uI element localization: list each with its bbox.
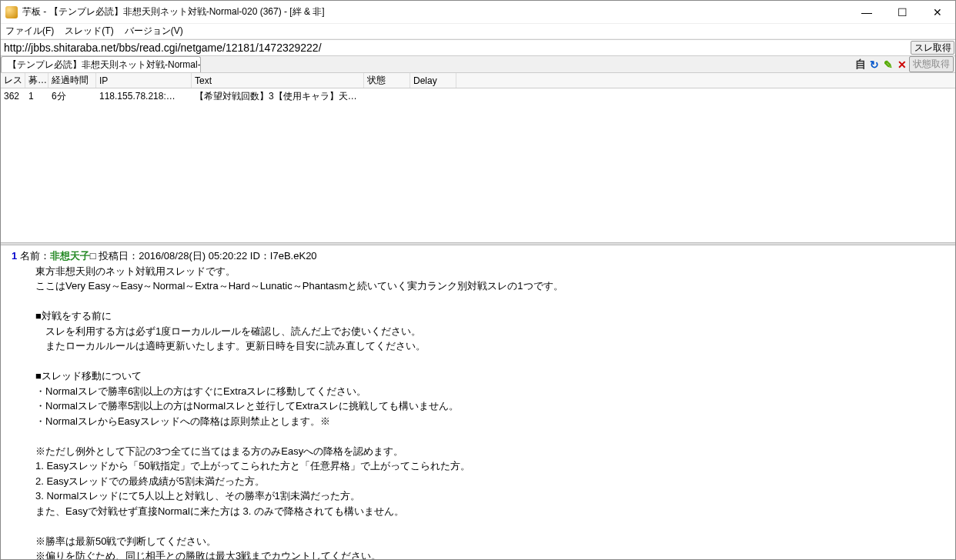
thread-tab[interactable]: 【テンプレ必読】非想天則ネット対戦-Normal-020 xyxy=(1,56,201,72)
cell-elapsed: 6分 xyxy=(48,88,96,105)
tab-row: 【テンプレ必読】非想天則ネット対戦-Normal-020 自 ↻ ✎ ✕ 状態取… xyxy=(1,56,955,73)
toolbar-icons: 自 ↻ ✎ ✕ 状態取得 xyxy=(852,56,955,72)
url-bar: スレ取得 xyxy=(1,39,955,56)
col-elapsed[interactable]: 経過時間 xyxy=(48,73,96,88)
app-icon xyxy=(5,6,18,18)
minimize-button[interactable]: — xyxy=(849,1,884,23)
menu-version[interactable]: バージョン(V) xyxy=(125,25,183,38)
menu-file[interactable]: ファイル(F) xyxy=(5,25,54,38)
col-state[interactable]: 状態 xyxy=(364,73,410,88)
list-area[interactable]: 362 1 6分 118.155.78.218:… 【希望対戦回数】3【使用キャ… xyxy=(1,88,955,242)
edit-icon[interactable]: ✎ xyxy=(881,58,895,72)
refresh-icon[interactable]: ↻ xyxy=(867,58,881,72)
window-title: 芋板 - 【テンプレ必読】非想天則ネット対戦-Normal-020 (367) … xyxy=(22,5,849,18)
window-controls: — ☐ ✕ xyxy=(849,1,955,23)
delete-icon[interactable]: ✕ xyxy=(895,58,909,72)
col-ip[interactable]: IP xyxy=(96,73,192,88)
menubar: ファイル(F) スレッド(T) バージョン(V) xyxy=(1,24,955,39)
cell-state xyxy=(364,95,410,98)
auto-icon[interactable]: 自 xyxy=(854,58,867,72)
col-delay[interactable]: Delay xyxy=(410,73,456,88)
table-row[interactable]: 362 1 6分 118.155.78.218:… 【希望対戦回数】3【使用キャ… xyxy=(1,88,955,104)
post-detail[interactable]: 1 名前：非想天子□ 投稿日：2016/08/28(日) 05:20:22 ID… xyxy=(1,245,955,559)
post-name-label: 名前： xyxy=(17,250,50,262)
post-meta: □ 投稿日：2016/08/28(日) 05:20:22 ID：I7eB.eK2… xyxy=(90,250,317,262)
cell-ip: 118.155.78.218:… xyxy=(96,89,192,103)
close-button[interactable]: ✕ xyxy=(920,1,955,23)
post-author: 非想天子 xyxy=(50,250,90,262)
col-text[interactable]: Text xyxy=(192,73,364,88)
post-body: 東方非想天則のネット対戦用スレッドです。 ここはVery Easy～Easy～N… xyxy=(25,264,944,560)
list-header: レス 募… 経過時間 IP Text 状態 Delay xyxy=(1,73,955,88)
cell-recruit: 1 xyxy=(25,89,48,103)
tab-label: 【テンプレ必読】非想天則ネット対戦-Normal-020 xyxy=(8,58,201,72)
fetch-thread-button[interactable]: スレ取得 xyxy=(911,41,954,55)
cell-text: 【希望対戦回数】3【使用キャラ】天子元々下手… xyxy=(192,88,364,105)
col-recruit[interactable]: 募… xyxy=(25,73,48,88)
col-res[interactable]: レス xyxy=(1,73,25,88)
cell-delay xyxy=(410,95,456,98)
maximize-button[interactable]: ☐ xyxy=(884,1,920,23)
cell-res: 362 xyxy=(1,89,25,103)
post-header: 1 名前：非想天子□ 投稿日：2016/08/28(日) 05:20:22 ID… xyxy=(12,248,944,264)
titlebar: 芋板 - 【テンプレ必読】非想天則ネット対戦-Normal-020 (367) … xyxy=(1,1,955,24)
menu-thread[interactable]: スレッド(T) xyxy=(65,25,113,38)
state-fetch-button[interactable]: 状態取得 xyxy=(909,56,954,72)
url-input[interactable] xyxy=(1,40,910,55)
